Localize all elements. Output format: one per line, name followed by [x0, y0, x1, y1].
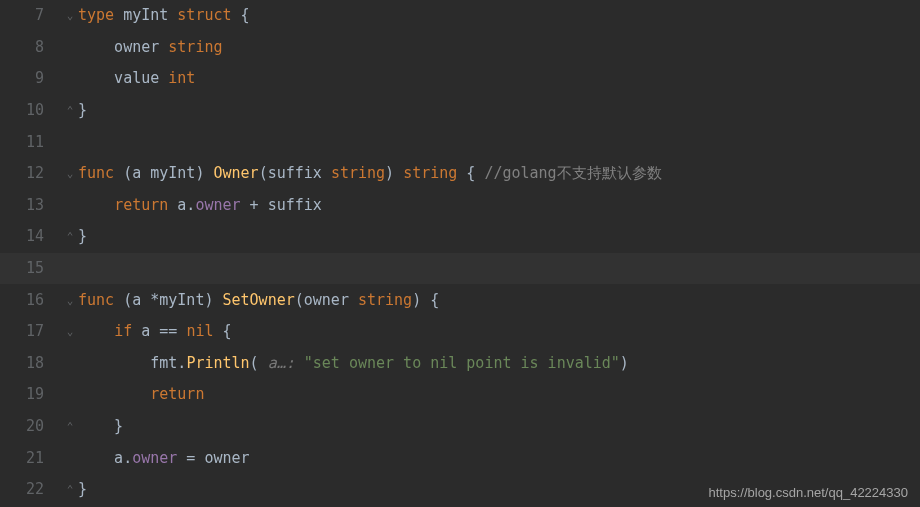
- token-punct: {: [223, 322, 232, 340]
- fold-icon[interactable]: ⌄: [62, 168, 78, 179]
- token-punct: ): [385, 164, 403, 182]
- line-number[interactable]: 9: [0, 71, 62, 86]
- token-punct: ) {: [412, 291, 439, 309]
- code-content[interactable]: a.owner = owner: [78, 451, 920, 466]
- token-punct: a ==: [141, 322, 186, 340]
- code-line[interactable]: 21 a.owner = owner: [0, 442, 920, 474]
- line-number[interactable]: 11: [0, 135, 62, 150]
- token-kw: func: [78, 291, 123, 309]
- fold-icon[interactable]: ⌃: [62, 231, 78, 242]
- watermark-text: https://blog.csdn.net/qq_42224330: [709, 486, 909, 499]
- code-content[interactable]: fmt.Println( a…: "set owner to nil point…: [78, 356, 920, 371]
- line-number[interactable]: 21: [0, 451, 62, 466]
- line-number[interactable]: 16: [0, 293, 62, 308]
- token-punct: value: [78, 69, 168, 87]
- token-type: string: [331, 164, 385, 182]
- token-field: owner: [132, 449, 177, 467]
- line-number[interactable]: 17: [0, 324, 62, 339]
- line-number[interactable]: 19: [0, 387, 62, 402]
- code-line[interactable]: 8 owner string: [0, 32, 920, 64]
- code-content[interactable]: return: [78, 387, 920, 402]
- token-punct: [78, 385, 150, 403]
- token-punct: {: [466, 164, 484, 182]
- code-line[interactable]: 13 return a.owner + suffix: [0, 190, 920, 222]
- token-punct: }: [78, 480, 87, 498]
- token-punct: (: [250, 354, 268, 372]
- line-number[interactable]: 14: [0, 229, 62, 244]
- code-content[interactable]: func (a myInt) Owner(suffix string) stri…: [78, 166, 920, 181]
- fold-icon[interactable]: ⌃: [62, 484, 78, 495]
- token-punct: = owner: [177, 449, 249, 467]
- token-fn: Owner: [213, 164, 258, 182]
- code-content[interactable]: type myInt struct {: [78, 8, 920, 23]
- line-number[interactable]: 22: [0, 482, 62, 497]
- code-content[interactable]: func (a *myInt) SetOwner(owner string) {: [78, 293, 920, 308]
- token-punct: [78, 196, 114, 214]
- code-line[interactable]: 16⌄func (a *myInt) SetOwner(owner string…: [0, 284, 920, 316]
- token-cmt: //golang不支持默认参数: [484, 164, 661, 182]
- code-line[interactable]: 11: [0, 126, 920, 158]
- code-content[interactable]: }: [78, 419, 920, 434]
- token-kw: nil: [186, 322, 222, 340]
- token-field: owner: [195, 196, 240, 214]
- code-line[interactable]: 9 value int: [0, 63, 920, 95]
- code-content[interactable]: }: [78, 103, 920, 118]
- line-number[interactable]: 8: [0, 40, 62, 55]
- token-punct: [78, 322, 114, 340]
- fold-icon[interactable]: ⌃: [62, 105, 78, 116]
- fold-icon[interactable]: ⌄: [62, 326, 78, 337]
- token-kw: return: [150, 385, 204, 403]
- code-line[interactable]: 15: [0, 253, 920, 285]
- token-kw: func: [78, 164, 123, 182]
- token-punct: + suffix: [241, 196, 322, 214]
- code-line[interactable]: 17⌄ if a == nil {: [0, 316, 920, 348]
- token-kw: if: [114, 322, 141, 340]
- code-content[interactable]: return a.owner + suffix: [78, 198, 920, 213]
- token-kw: struct: [177, 6, 240, 24]
- token-punct: a.: [177, 196, 195, 214]
- fold-icon[interactable]: ⌃: [62, 421, 78, 432]
- token-punct: owner: [78, 38, 168, 56]
- code-line[interactable]: 7⌄type myInt struct {: [0, 0, 920, 32]
- line-number[interactable]: 7: [0, 8, 62, 23]
- line-number[interactable]: 18: [0, 356, 62, 371]
- code-content[interactable]: }: [78, 229, 920, 244]
- token-punct: (suffix: [259, 164, 331, 182]
- token-type: string: [403, 164, 466, 182]
- code-line[interactable]: 10⌃}: [0, 95, 920, 127]
- code-line[interactable]: 12⌄func (a myInt) Owner(suffix string) s…: [0, 158, 920, 190]
- token-punct: }: [78, 101, 87, 119]
- line-number[interactable]: 20: [0, 419, 62, 434]
- token-type: string: [358, 291, 412, 309]
- token-punct: ): [620, 354, 629, 372]
- code-line[interactable]: 19 return: [0, 379, 920, 411]
- token-kw: return: [114, 196, 177, 214]
- token-punct: {: [241, 6, 250, 24]
- token-punct: myInt: [123, 6, 177, 24]
- code-editor[interactable]: 7⌄type myInt struct {8 owner string9 val…: [0, 0, 920, 507]
- token-punct: (a *myInt): [123, 291, 222, 309]
- code-line[interactable]: 20⌃ }: [0, 411, 920, 443]
- fold-icon[interactable]: ⌄: [62, 295, 78, 306]
- token-str: "set owner to nil point is invalid": [304, 354, 620, 372]
- token-punct: }: [78, 227, 87, 245]
- line-number[interactable]: 12: [0, 166, 62, 181]
- code-content[interactable]: value int: [78, 71, 920, 86]
- token-type: string: [168, 38, 222, 56]
- token-punct: fmt.: [78, 354, 186, 372]
- line-number[interactable]: 15: [0, 261, 62, 276]
- token-punct: (owner: [295, 291, 358, 309]
- token-punct: a.: [78, 449, 132, 467]
- code-content[interactable]: if a == nil {: [78, 324, 920, 339]
- token-hint: a…:: [268, 354, 304, 372]
- line-number[interactable]: 10: [0, 103, 62, 118]
- token-type: int: [168, 69, 195, 87]
- code-line[interactable]: 18 fmt.Println( a…: "set owner to nil po…: [0, 348, 920, 380]
- code-line[interactable]: 14⌃}: [0, 221, 920, 253]
- code-content[interactable]: owner string: [78, 40, 920, 55]
- token-punct: (a myInt): [123, 164, 213, 182]
- token-fn: SetOwner: [223, 291, 295, 309]
- token-fn: Println: [186, 354, 249, 372]
- fold-icon[interactable]: ⌄: [62, 10, 78, 21]
- line-number[interactable]: 13: [0, 198, 62, 213]
